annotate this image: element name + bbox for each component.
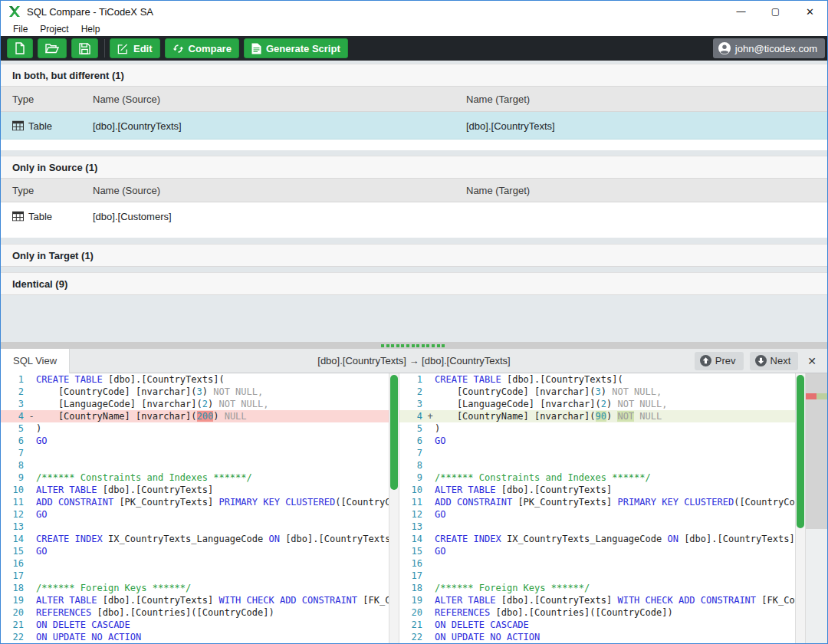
code-text: [36, 557, 389, 570]
diff-overview-bar[interactable]: [806, 373, 827, 643]
code-line: 18/****** Foreign Keys ******/: [399, 582, 795, 594]
target-code-pane[interactable]: 1CREATE TABLE [dbo].[CountryTexts](2 [Co…: [399, 373, 795, 643]
line-number: 13: [399, 521, 426, 533]
code-line: 10ALTER TABLE [dbo].[CountryTexts]: [1, 484, 389, 496]
code-line: 6GO: [399, 435, 795, 447]
diff-line-marker: [27, 631, 36, 643]
code-line: 12GO: [1, 508, 389, 521]
line-number: 4: [399, 410, 426, 422]
column-name-target[interactable]: Name (Target): [466, 94, 530, 105]
minimize-button[interactable]: —: [724, 1, 758, 22]
code-line: 9/****** Constraints and Indexes ******/: [1, 472, 389, 484]
code-text: ): [435, 422, 795, 435]
compare-button[interactable]: Compare: [165, 38, 239, 58]
code-line: 16: [1, 557, 389, 570]
save-icon: [79, 43, 90, 54]
code-text: ALTER TABLE [dbo].[CountryTexts] WITH CH…: [36, 594, 389, 606]
code-line: 7: [399, 447, 795, 459]
save-project-button[interactable]: [71, 38, 98, 58]
column-name-target[interactable]: Name (Target): [466, 185, 530, 196]
line-number: 16: [1, 557, 27, 570]
toolbar: Edit Compare Generate Script: [1, 36, 827, 61]
next-diff-button[interactable]: Next: [750, 352, 799, 370]
line-number: 21: [399, 619, 426, 631]
column-name-source[interactable]: Name (Source): [93, 94, 160, 105]
code-line: 14CREATE INDEX IX_CountryTexts_LanguageC…: [1, 533, 389, 545]
source-scrollbar[interactable]: [389, 373, 399, 643]
section-gap: [1, 238, 827, 244]
code-line: 12GO: [399, 508, 795, 521]
column-type[interactable]: Type: [12, 185, 34, 196]
account-button[interactable]: john@ticodex.com: [713, 38, 825, 58]
column-type[interactable]: Type: [12, 94, 34, 105]
diff-overview-change-marker[interactable]: [806, 393, 827, 399]
code-line: 17: [1, 570, 389, 582]
line-number: 16: [399, 557, 426, 570]
code-line: 21ON DELETE CASCADE: [399, 619, 795, 631]
open-project-button[interactable]: [38, 38, 67, 58]
section-header-only-source[interactable]: Only in Source (1): [1, 156, 827, 179]
menu-project[interactable]: Project: [34, 24, 74, 34]
source-code-pane[interactable]: 1CREATE TABLE [dbo].[CountryTexts](2 [Co…: [1, 373, 389, 643]
diff-line-marker: [27, 508, 36, 521]
code-line: 18/****** Foreign Keys ******/: [1, 582, 389, 594]
line-number: 15: [1, 545, 27, 557]
horizontal-splitter[interactable]: [1, 342, 827, 349]
line-number: 20: [1, 606, 27, 619]
target-scrollbar-thumb[interactable]: [797, 375, 804, 528]
edit-button[interactable]: Edit: [110, 38, 160, 58]
section-title: Only in Target (1): [12, 250, 94, 261]
line-number: 4: [1, 410, 27, 422]
diff-line-marker: [27, 496, 36, 508]
close-sql-view-button[interactable]: ✕: [804, 355, 820, 367]
code-line: 1CREATE TABLE [dbo].[CountryTexts](: [399, 373, 795, 386]
line-number: 11: [399, 496, 426, 508]
diff-line-marker: [426, 373, 435, 386]
code-text: ON DELETE CASCADE: [435, 619, 795, 631]
row-type-label: Table: [28, 120, 52, 131]
section-header-identical[interactable]: Identical (9): [1, 272, 827, 295]
diff-line-marker: [27, 447, 36, 459]
diff-line-marker: [27, 521, 36, 533]
code-text: CREATE INDEX IX_CountryTexts_LanguageCod…: [36, 533, 389, 545]
menu-file[interactable]: File: [7, 24, 34, 34]
section-header-only-target[interactable]: Only in Target (1): [1, 244, 827, 267]
code-line: 8: [399, 459, 795, 472]
close-button[interactable]: ✕: [793, 1, 827, 22]
code-text: CREATE TABLE [dbo].[CountryTexts](: [36, 373, 389, 386]
code-line: 7: [1, 447, 389, 459]
tab-sql-view[interactable]: SQL View: [1, 349, 70, 373]
table-grid-icon: [12, 120, 24, 130]
code-text: CREATE INDEX IX_CountryTexts_LanguageCod…: [435, 533, 795, 545]
diff-line-marker: [426, 557, 435, 570]
line-number: 13: [1, 521, 27, 533]
diff-line-marker: [27, 484, 36, 496]
line-number: 12: [399, 508, 426, 521]
maximize-button[interactable]: ▢: [758, 1, 793, 22]
column-name-source[interactable]: Name (Source): [93, 185, 160, 196]
prev-diff-button[interactable]: Prev: [695, 352, 744, 370]
code-line: 16: [399, 557, 795, 570]
prev-label: Prev: [715, 355, 736, 366]
table-row-customers[interactable]: Table [dbo].[Customers]: [1, 202, 827, 230]
menu-help[interactable]: Help: [75, 24, 107, 34]
code-line: 17: [399, 570, 795, 582]
diff-line-marker: [426, 582, 435, 594]
generate-script-button-label: Generate Script: [266, 43, 340, 54]
code-text: ALTER TABLE [dbo].[CountryTexts]: [435, 484, 795, 496]
tab-label: SQL View: [13, 355, 57, 366]
line-number: 10: [1, 484, 27, 496]
table-row-countrytexts[interactable]: Table [dbo].[CountryTexts] [dbo].[Countr…: [1, 112, 827, 140]
code-line: 14CREATE INDEX IX_CountryTexts_LanguageC…: [399, 533, 795, 545]
code-text: ON UPDATE NO ACTION: [36, 631, 389, 643]
line-number: 1: [1, 373, 27, 386]
diff-line-marker: [27, 594, 36, 606]
section-header-different[interactable]: In both, but different (1): [1, 64, 827, 87]
source-scrollbar-thumb[interactable]: [390, 375, 398, 490]
generate-script-button[interactable]: Generate Script: [244, 38, 348, 58]
code-line: 11ADD CONSTRAINT [PK_CountryTexts] PRIMA…: [1, 496, 389, 508]
diff-line-marker: [27, 582, 36, 594]
code-line: 9/****** Constraints and Indexes ******/: [399, 472, 795, 484]
target-scrollbar[interactable]: [795, 373, 806, 643]
new-project-button[interactable]: [7, 38, 33, 58]
